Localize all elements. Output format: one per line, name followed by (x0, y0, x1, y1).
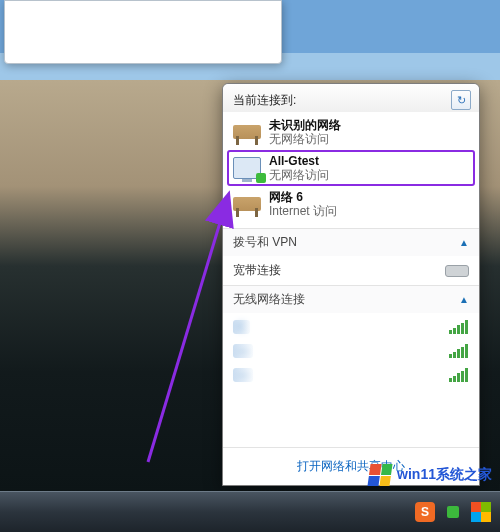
wifi-item[interactable]: — (233, 339, 469, 363)
dial-item-label: 宽带连接 (233, 262, 281, 279)
wifi-signal-icon (449, 320, 469, 334)
connection-name: 未识别的网络 (269, 118, 341, 132)
connection-name: 网络 6 (269, 190, 337, 204)
svg-rect-10 (449, 378, 452, 382)
svg-rect-11 (453, 376, 456, 382)
network-flyout: 当前连接到: ↻ 未识别的网络 无网络访问 All-Gtest 无网络访问 (222, 83, 480, 486)
flyout-title: 当前连接到: (233, 92, 296, 109)
windows-logo-icon (368, 464, 393, 486)
connection-status: 无网络访问 (269, 132, 341, 146)
dial-item-broadband[interactable]: 宽带连接 (223, 256, 479, 285)
connection-item[interactable]: 未识别的网络 无网络访问 (227, 114, 475, 150)
wifi-name: C (233, 320, 250, 334)
refresh-button[interactable]: ↻ (451, 90, 471, 110)
wifi-list: C — — (223, 313, 479, 389)
section-dial-vpn[interactable]: 拨号和 VPN ▲ (223, 228, 479, 256)
connection-item-highlighted[interactable]: All-Gtest 无网络访问 (227, 150, 475, 186)
svg-rect-1 (453, 328, 456, 334)
tray-sogou-icon[interactable]: S (414, 501, 436, 523)
wifi-signal-icon (449, 344, 469, 358)
svg-rect-0 (449, 330, 452, 334)
wifi-name: — (233, 368, 253, 382)
svg-rect-3 (461, 323, 464, 334)
connection-item[interactable]: 网络 6 Internet 访问 (227, 186, 475, 222)
watermark-text: win11系统之家 (397, 466, 492, 484)
wifi-item[interactable]: C (233, 315, 469, 339)
connection-name: All-Gtest (269, 154, 329, 168)
svg-rect-13 (461, 371, 464, 382)
svg-rect-4 (465, 320, 468, 334)
connection-status: Internet 访问 (269, 204, 337, 218)
svg-rect-2 (457, 325, 460, 334)
tray-status-icon[interactable] (442, 501, 464, 523)
svg-rect-14 (465, 368, 468, 382)
bench-icon (231, 118, 263, 146)
tray-security-icon[interactable] (470, 501, 492, 523)
chevron-up-icon: ▲ (459, 237, 469, 248)
watermark: win11系统之家 (369, 464, 492, 486)
wifi-item[interactable]: — (233, 363, 469, 387)
system-tray: S (414, 492, 492, 532)
monitor-icon (231, 154, 263, 182)
svg-rect-6 (453, 352, 456, 358)
wifi-name: — (233, 344, 253, 358)
section-wireless[interactable]: 无线网络连接 ▲ (223, 285, 479, 313)
refresh-icon: ↻ (457, 94, 466, 107)
current-connections-list: 未识别的网络 无网络访问 All-Gtest 无网络访问 网络 6 Intern… (223, 112, 479, 228)
svg-rect-8 (461, 347, 464, 358)
bench-icon (231, 190, 263, 218)
svg-rect-9 (465, 344, 468, 358)
connection-status: 无网络访问 (269, 168, 329, 182)
modem-icon (445, 265, 469, 277)
section-label: 拨号和 VPN (233, 234, 297, 251)
wifi-signal-icon (449, 368, 469, 382)
background-window (4, 0, 282, 64)
taskbar: S (0, 491, 500, 532)
svg-rect-5 (449, 354, 452, 358)
svg-rect-7 (457, 349, 460, 358)
section-label: 无线网络连接 (233, 291, 305, 308)
chevron-up-icon: ▲ (459, 294, 469, 305)
svg-rect-12 (457, 373, 460, 382)
